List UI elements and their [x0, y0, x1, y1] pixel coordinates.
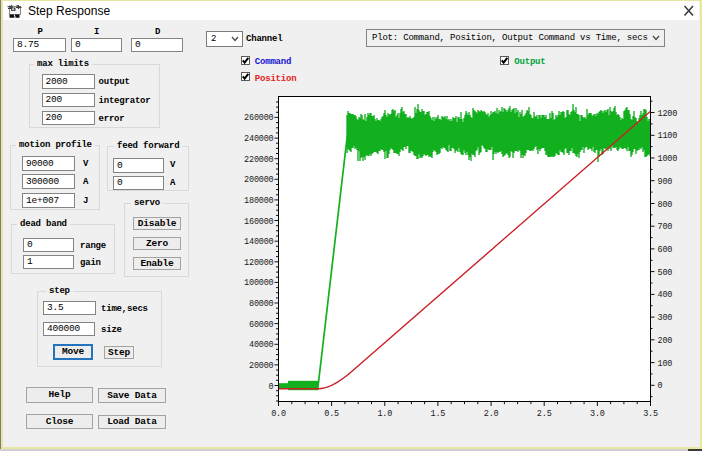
svg-text:0.0: 0.0: [271, 409, 286, 419]
svg-text:140000: 140000: [244, 237, 274, 247]
svg-text:0: 0: [269, 382, 274, 392]
svg-text:40000: 40000: [249, 340, 274, 350]
svg-text:1200: 1200: [658, 109, 678, 119]
svg-text:800: 800: [658, 200, 673, 210]
svg-text:300: 300: [658, 313, 673, 323]
svg-text:160000: 160000: [244, 217, 274, 227]
svg-text:2.0: 2.0: [484, 409, 499, 419]
svg-text:260000: 260000: [244, 113, 274, 123]
svg-text:500: 500: [658, 268, 673, 278]
svg-text:1100: 1100: [658, 131, 678, 141]
svg-text:100: 100: [658, 359, 673, 369]
svg-text:180000: 180000: [244, 196, 274, 206]
svg-text:200: 200: [658, 336, 673, 346]
svg-text:1.5: 1.5: [431, 409, 446, 419]
svg-text:0: 0: [658, 381, 663, 391]
svg-text:3.0: 3.0: [590, 409, 605, 419]
svg-text:80000: 80000: [249, 299, 274, 309]
svg-text:240000: 240000: [244, 134, 274, 144]
svg-text:1.0: 1.0: [377, 409, 392, 419]
svg-text:0.5: 0.5: [324, 409, 339, 419]
svg-text:220000: 220000: [244, 155, 274, 165]
svg-text:700: 700: [658, 222, 673, 232]
svg-text:2.5: 2.5: [537, 409, 552, 419]
svg-text:60000: 60000: [249, 320, 274, 330]
svg-text:400: 400: [658, 290, 673, 300]
svg-text:100000: 100000: [244, 278, 274, 288]
svg-text:900: 900: [658, 177, 673, 187]
svg-text:20000: 20000: [249, 361, 274, 371]
svg-text:600: 600: [658, 245, 673, 255]
svg-text:120000: 120000: [244, 258, 274, 268]
svg-text:200000: 200000: [244, 175, 274, 185]
svg-text:3.5: 3.5: [643, 409, 658, 419]
svg-text:1000: 1000: [658, 154, 678, 164]
